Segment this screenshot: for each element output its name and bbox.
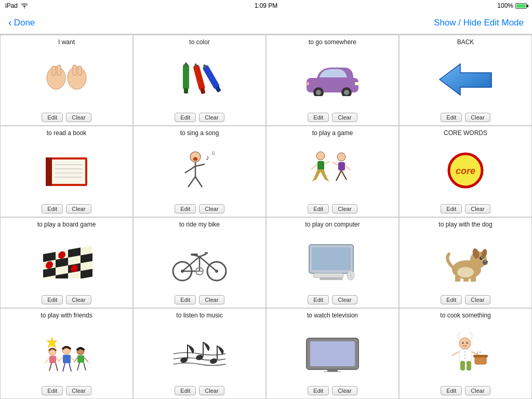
svg-point-45 [337, 153, 345, 161]
edit-button-to-play-with-friends[interactable]: Edit [42, 386, 63, 395]
svg-rect-8 [185, 62, 187, 66]
cell-to-play-with-the-dog: to play with the dog [399, 217, 532, 308]
svg-line-42 [324, 161, 330, 164]
svg-line-48 [345, 165, 351, 170]
svg-point-19 [344, 90, 349, 95]
svg-line-109 [69, 363, 71, 371]
clear-button-to-play-on-computer[interactable]: Clear [332, 295, 357, 304]
clear-button-core-words[interactable]: Clear [465, 204, 490, 214]
cell-buttons-to-read-a-book: Edit Clear [42, 204, 91, 214]
edit-button-to-play-a-board-game[interactable]: Edit [42, 295, 63, 304]
edit-button-back[interactable]: Edit [441, 113, 462, 122]
edit-button-to-listen-to-music[interactable]: Edit [175, 386, 196, 395]
cell-buttons-to-play-a-game: Edit Clear [308, 204, 357, 214]
cell-image-to-play-with-friends [3, 321, 130, 384]
clear-button-to-ride-my-bike[interactable]: Clear [199, 295, 224, 304]
edit-button-to-play-on-computer[interactable]: Edit [308, 295, 329, 304]
done-button[interactable]: ‹ Done [8, 17, 35, 29]
svg-line-33 [185, 166, 195, 173]
svg-rect-6 [183, 64, 189, 90]
edit-button-i-want[interactable]: Edit [42, 113, 63, 122]
edit-button-to-color[interactable]: Edit [175, 113, 196, 122]
cell-to-read-a-book: to read a book Edit Clear [0, 126, 133, 217]
edit-button-to-sing-a-song[interactable]: Edit [175, 204, 196, 214]
dog-icon [440, 241, 491, 282]
clear-button-to-color[interactable]: Clear [199, 113, 224, 122]
done-label: Done [14, 18, 35, 28]
clear-button-to-play-with-friends[interactable]: Clear [66, 386, 91, 395]
svg-rect-142 [467, 361, 471, 370]
svg-line-115 [84, 363, 86, 370]
svg-point-97 [457, 267, 474, 277]
cell-to-go-somewhere: to go somewhere Edit Cle [266, 35, 399, 126]
cell-title-to-cook-something: to cook something [440, 312, 490, 321]
cell-image-to-watch-television [269, 321, 396, 384]
edit-button-to-play-with-the-dog[interactable]: Edit [441, 295, 462, 304]
cell-to-play-a-game: to play a game [266, 126, 399, 217]
svg-point-134 [464, 357, 466, 359]
cell-title-to-color: to color [189, 38, 209, 48]
svg-point-132 [464, 351, 466, 353]
svg-point-130 [467, 342, 468, 344]
svg-text:♪: ♪ [206, 153, 209, 162]
cell-title-to-play-a-board-game: to play a board game [37, 221, 96, 230]
svg-point-93 [485, 261, 486, 262]
clear-button-to-play-a-game[interactable]: Clear [332, 204, 357, 214]
status-left: iPad [5, 2, 28, 9]
singing-icon: ♪ ♫ [174, 150, 225, 191]
svg-rect-7 [184, 88, 188, 94]
clear-button-to-watch-television[interactable]: Clear [332, 386, 357, 395]
svg-point-0 [47, 66, 65, 89]
cell-buttons-to-cook-something: Edit Clear [441, 386, 490, 395]
svg-rect-24 [46, 157, 52, 186]
clear-button-to-read-a-book[interactable]: Clear [66, 204, 91, 214]
svg-rect-25 [52, 159, 85, 184]
cell-title-to-sing-a-song: to sing a song [180, 129, 219, 139]
cell-title-to-watch-television: to watch television [307, 312, 358, 321]
svg-point-1 [68, 66, 86, 89]
edit-button-to-read-a-book[interactable]: Edit [42, 204, 63, 214]
clear-button-to-listen-to-music[interactable]: Clear [199, 386, 224, 395]
edit-button-to-cook-something[interactable]: Edit [441, 386, 462, 395]
edit-button-to-play-a-game[interactable]: Edit [308, 204, 329, 214]
bicycle-icon [171, 241, 228, 282]
svg-point-17 [316, 90, 321, 95]
edit-button-to-ride-my-bike[interactable]: Edit [175, 295, 196, 304]
cell-buttons-back: Edit Clear [441, 113, 490, 122]
svg-point-39 [316, 152, 325, 160]
cell-to-listen-to-music: to listen to music [133, 308, 266, 399]
cell-image-to-cook-something [402, 321, 529, 384]
edit-button-core-words[interactable]: Edit [441, 204, 462, 214]
svg-line-135 [452, 352, 459, 355]
cell-buttons-i-want: Edit Clear [42, 113, 91, 122]
clear-button-to-play-with-the-dog[interactable]: Clear [465, 295, 490, 304]
cell-buttons-to-ride-my-bike: Edit Clear [175, 295, 224, 304]
cell-title-to-play-a-game: to play a game [312, 129, 353, 139]
clear-button-i-want[interactable]: Clear [66, 113, 91, 122]
cell-image-to-play-a-game [269, 139, 396, 202]
cell-to-play-on-computer: to play on computer Edit Clear [266, 217, 399, 308]
cell-back: BACK Edit Clear [399, 35, 532, 126]
edit-button-to-go-somewhere[interactable]: Edit [308, 113, 329, 122]
svg-rect-111 [77, 355, 84, 363]
clear-button-to-cook-something[interactable]: Clear [465, 386, 490, 395]
clear-button-to-play-a-board-game[interactable]: Clear [66, 295, 91, 304]
svg-point-31 [193, 157, 197, 161]
clear-button-to-sing-a-song[interactable]: Clear [199, 204, 224, 214]
clear-button-to-go-somewhere[interactable]: Clear [332, 113, 357, 122]
clear-button-back[interactable]: Clear [465, 113, 490, 122]
edit-button-to-watch-television[interactable]: Edit [308, 386, 329, 395]
cell-buttons-to-play-with-the-dog: Edit Clear [441, 295, 490, 304]
edit-mode-button[interactable]: Show / Hide Edit Mode [434, 18, 524, 28]
svg-line-102 [49, 363, 51, 371]
cooking-icon [440, 332, 491, 373]
svg-rect-20 [355, 82, 359, 85]
cell-buttons-core-words: Edit Clear [441, 204, 490, 214]
status-bar: iPad 1:09 PM 100% [0, 0, 532, 11]
svg-rect-40 [317, 161, 324, 170]
svg-text:core: core [456, 166, 475, 176]
cell-image-to-sing-a-song: ♪ ♫ [136, 139, 263, 202]
svg-rect-2 [52, 66, 56, 75]
svg-rect-125 [324, 371, 341, 372]
cell-title-to-play-on-computer: to play on computer [305, 221, 360, 230]
